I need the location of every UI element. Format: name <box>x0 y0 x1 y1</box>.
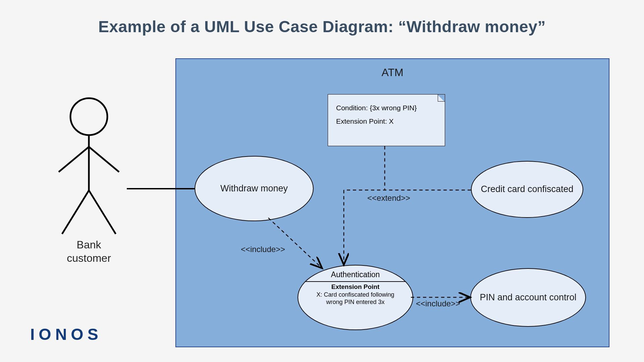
usecase-pin-account-control: PIN and account control <box>470 268 586 327</box>
note-extension-point: Extension Point: X <box>336 115 437 128</box>
relation-include-1: <<include>> <box>241 245 285 254</box>
svg-point-0 <box>70 98 107 135</box>
actor-icon <box>47 97 131 237</box>
usecase-credit-card-confiscated: Credit card confiscated <box>471 161 583 218</box>
note-condition: Condition: {3x wrong PIN} <box>336 101 437 115</box>
svg-line-4 <box>62 190 89 234</box>
diagram-title: Example of a UML Use Case Diagram: “With… <box>0 17 644 36</box>
svg-line-5 <box>89 190 116 234</box>
usecase-authentication: Authentication Extension Point X: Card c… <box>298 265 413 330</box>
usecase-label: PIN and account control <box>471 292 585 303</box>
relation-include-2: <<include>> <box>416 299 460 308</box>
actor-name: Bank customer <box>45 238 132 265</box>
usecase-withdraw-money: Withdraw money <box>195 156 314 221</box>
usecase-label: Withdraw money <box>195 183 313 194</box>
auth-extension-header: Extension Point <box>298 283 413 291</box>
system-name: ATM <box>176 66 609 79</box>
auth-divider <box>306 281 405 282</box>
svg-line-2 <box>59 147 89 172</box>
svg-line-3 <box>89 147 119 172</box>
relation-extend: <<extend>> <box>367 193 410 203</box>
auth-extension-desc: X: Card confiscated following wrong PIN … <box>298 291 413 306</box>
usecase-label: Credit card confiscated <box>472 184 583 195</box>
note-box: Condition: {3x wrong PIN} Extension Poin… <box>328 94 445 146</box>
auth-name: Authentication <box>298 270 413 279</box>
logo-text: IONOS <box>30 325 102 344</box>
